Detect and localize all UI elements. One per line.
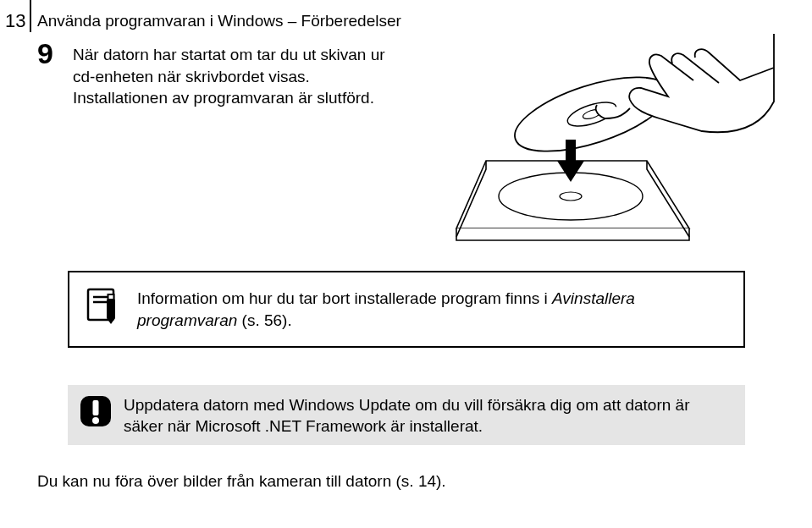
header-divider	[30, 0, 31, 32]
info-box: Information om hur du tar bort installer…	[68, 271, 745, 348]
step-body: När datorn har startat om tar du ut skiv…	[73, 44, 386, 109]
step-line2: Installationen av programvaran är slutfö…	[73, 89, 374, 107]
svg-rect-10	[108, 294, 114, 300]
svg-rect-8	[107, 300, 115, 318]
info-text-prefix: Information om hur du tar bort installer…	[137, 289, 552, 307]
step-line1: När datorn har startat om tar du ut skiv…	[73, 46, 385, 85]
section-title: Använda programvaran i Windows – Förbere…	[37, 12, 401, 30]
svg-marker-9	[107, 318, 115, 324]
svg-point-1	[560, 192, 582, 201]
cd-tray-illustration	[439, 34, 778, 245]
footer-text: Du kan nu föra över bilder från kameran …	[37, 472, 446, 491]
info-text-suffix: (s. 56).	[237, 311, 291, 329]
document-pencil-icon	[86, 288, 122, 325]
svg-point-13	[92, 417, 99, 424]
warning-text: Uppdatera datorn med Windows Update om d…	[124, 393, 728, 437]
svg-rect-12	[93, 400, 99, 415]
info-text: Information om hur du tar bort installer…	[137, 288, 726, 331]
step-number: 9	[37, 39, 53, 68]
warning-box: Uppdatera datorn med Windows Update om d…	[68, 385, 745, 445]
page-number: 13	[5, 10, 25, 32]
exclamation-icon	[78, 393, 113, 429]
